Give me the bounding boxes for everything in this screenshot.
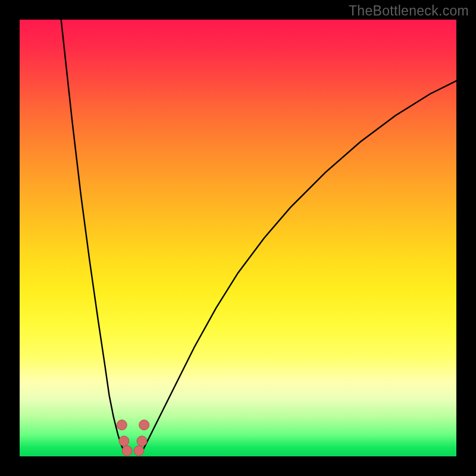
marker-dot — [117, 420, 127, 430]
marker-dot — [119, 436, 129, 446]
marker-dot — [122, 446, 132, 456]
curve-right-branch — [142, 81, 457, 452]
curve-left-branch — [61, 20, 125, 452]
curve-layer — [20, 20, 456, 456]
marker-dot — [134, 446, 144, 456]
chart-frame: TheBottleneck.com — [0, 0, 476, 476]
watermark-text: TheBottleneck.com — [349, 3, 469, 19]
marker-dot — [137, 436, 147, 446]
marker-dot — [139, 420, 149, 430]
plot-area — [20, 20, 456, 456]
